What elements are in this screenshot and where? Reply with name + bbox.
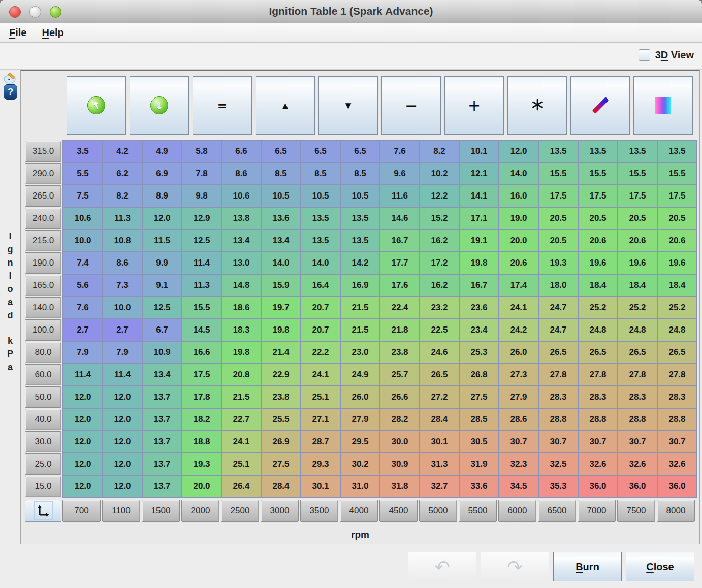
table-cell[interactable]: 14.0 (301, 252, 340, 274)
table-cell[interactable]: 24.1 (301, 364, 340, 385)
toolbar-multiply-button[interactable] (507, 76, 567, 135)
table-cell[interactable]: 13.4 (143, 364, 181, 385)
col-header-button[interactable]: 4000 (340, 500, 378, 522)
table-cell[interactable]: 30.1 (420, 431, 459, 452)
row-header-button[interactable]: 80.0 (25, 342, 61, 363)
table-cell[interactable]: 18.2 (182, 409, 221, 430)
table-cell[interactable]: 28.3 (579, 386, 617, 408)
table-cell[interactable]: 28.4 (262, 476, 300, 497)
table-cell[interactable]: 35.3 (539, 476, 578, 497)
table-cell[interactable]: 11.4 (182, 252, 221, 274)
table-cell[interactable]: 13.5 (301, 230, 340, 251)
table-cell[interactable]: 9.8 (182, 185, 221, 207)
table-cell[interactable]: 6.9 (143, 163, 181, 184)
table-cell[interactable]: 12.0 (143, 208, 181, 229)
table-cell[interactable]: 13.0 (222, 252, 261, 274)
table-cell[interactable]: 25.1 (301, 386, 340, 408)
table-cell[interactable]: 16.9 (341, 275, 379, 296)
table-cell[interactable]: 27.9 (499, 386, 538, 408)
table-cell[interactable]: 20.5 (658, 208, 696, 229)
toolbar-decrement-button[interactable]: ▼ (318, 76, 378, 135)
table-cell[interactable]: 12.0 (63, 476, 102, 497)
table-cell[interactable]: 22.9 (262, 364, 300, 385)
table-cell[interactable]: 27.5 (460, 386, 498, 408)
table-cell[interactable]: 24.6 (420, 342, 459, 363)
table-cell[interactable]: 15.5 (579, 163, 617, 184)
table-cell[interactable]: 28.8 (539, 409, 578, 430)
table-cell[interactable]: 12.0 (63, 386, 102, 408)
table-cell[interactable]: 5.8 (182, 141, 221, 162)
row-header-button[interactable]: 100.0 (25, 319, 61, 341)
table-cell[interactable]: 14.0 (262, 252, 300, 274)
table-cell[interactable]: 10.0 (63, 230, 102, 251)
table-cell[interactable]: 34.5 (499, 476, 538, 497)
col-header-button[interactable]: 1100 (102, 500, 140, 522)
table-cell[interactable]: 20.0 (499, 230, 538, 251)
col-header-button[interactable]: 3000 (261, 500, 299, 522)
table-cell[interactable]: 13.4 (262, 230, 300, 251)
table-cell[interactable]: 20.6 (579, 230, 617, 251)
table-cell[interactable]: 22.7 (222, 409, 261, 430)
table-cell[interactable]: 26.9 (262, 431, 300, 452)
table-cell[interactable]: 15.5 (182, 297, 221, 318)
table-cell[interactable]: 21.4 (262, 342, 300, 363)
table-cell[interactable]: 30.7 (579, 431, 617, 452)
table-cell[interactable]: 7.5 (63, 185, 102, 207)
table-cell[interactable]: 21.5 (341, 319, 379, 341)
row-header-button[interactable]: 265.0 (25, 185, 61, 207)
table-cell[interactable]: 16.0 (499, 185, 538, 207)
table-cell[interactable]: 14.2 (341, 252, 379, 274)
table-cell[interactable]: 11.4 (63, 364, 102, 385)
table-cell[interactable]: 24.9 (341, 364, 379, 385)
table-cell[interactable]: 16.7 (380, 230, 419, 251)
table-cell[interactable]: 30.1 (301, 476, 340, 497)
table-cell[interactable]: 17.7 (380, 252, 419, 274)
table-cell[interactable]: 18.8 (182, 431, 221, 452)
table-cell[interactable]: 22.4 (380, 297, 419, 318)
table-cell[interactable]: 10.0 (103, 297, 142, 318)
table-cell[interactable]: 6.5 (341, 141, 379, 162)
table-cell[interactable]: 12.0 (103, 431, 142, 452)
table-cell[interactable]: 17.2 (420, 252, 459, 274)
undo-button[interactable]: ↶ (408, 552, 476, 581)
table-cell[interactable]: 24.7 (539, 297, 578, 318)
table-cell[interactable]: 13.8 (222, 208, 261, 229)
table-cell[interactable]: 27.8 (539, 364, 578, 385)
table-cell[interactable]: 23.8 (380, 342, 419, 363)
table-cell[interactable]: 26.8 (460, 364, 498, 385)
table-cell[interactable]: 20.5 (579, 208, 617, 229)
table-cell[interactable]: 12.2 (420, 185, 459, 207)
table-cell[interactable]: 7.9 (103, 342, 142, 363)
table-cell[interactable]: 5.5 (63, 163, 102, 184)
table-cell[interactable]: 8.5 (301, 163, 340, 184)
table-cell[interactable]: 22.5 (420, 319, 459, 341)
table-cell[interactable]: 30.0 (380, 431, 419, 452)
table-cell[interactable]: 20.0 (182, 476, 221, 497)
table-cell[interactable]: 14.8 (222, 275, 261, 296)
row-header-button[interactable]: 215.0 (25, 230, 61, 251)
table-cell[interactable]: 32.7 (420, 476, 459, 497)
table-cell[interactable]: 9.9 (143, 252, 181, 274)
table-cell[interactable]: 24.1 (499, 297, 538, 318)
table-cell[interactable]: 12.1 (460, 163, 498, 184)
table-cell[interactable]: 36.0 (618, 476, 657, 497)
col-header-button[interactable]: 6000 (498, 500, 536, 522)
row-header-button[interactable]: 165.0 (25, 275, 61, 296)
table-cell[interactable]: 13.5 (301, 208, 340, 229)
table-cell[interactable]: 17.5 (579, 185, 617, 207)
table-cell[interactable]: 31.0 (341, 476, 379, 497)
table-cell[interactable]: 7.9 (63, 342, 102, 363)
col-header-button[interactable]: 6500 (538, 500, 576, 522)
table-cell[interactable]: 20.6 (618, 230, 657, 251)
table-cell[interactable]: 12.9 (182, 208, 221, 229)
table-cell[interactable]: 28.8 (579, 409, 617, 430)
table-cell[interactable]: 32.6 (618, 453, 657, 475)
table-cell[interactable]: 15.5 (539, 163, 578, 184)
col-header-button[interactable]: 2000 (181, 500, 219, 522)
table-cell[interactable]: 27.2 (420, 386, 459, 408)
table-cell[interactable]: 24.7 (539, 319, 578, 341)
table-cell[interactable]: 27.5 (262, 453, 300, 475)
menu-file[interactable]: File (9, 27, 26, 39)
col-header-button[interactable]: 7500 (617, 500, 655, 522)
table-cell[interactable]: 25.3 (460, 342, 498, 363)
